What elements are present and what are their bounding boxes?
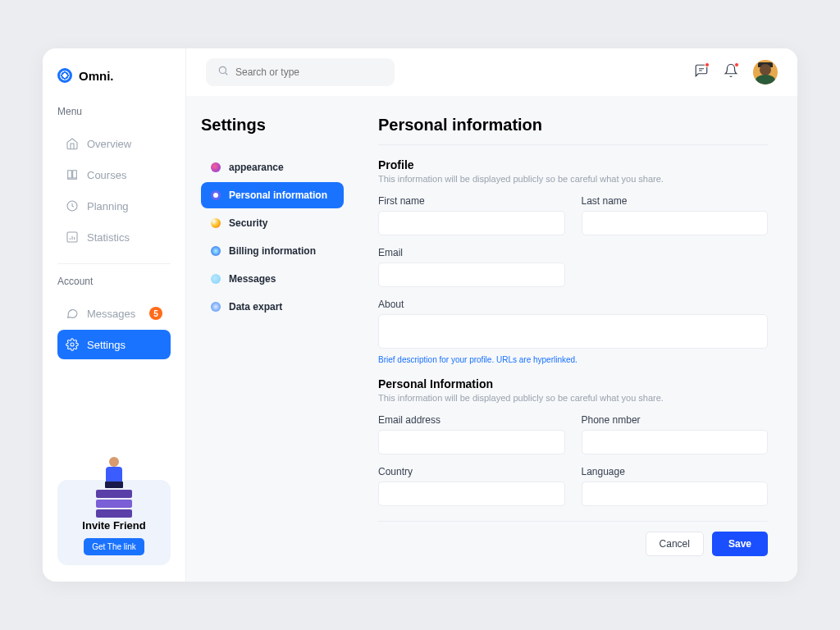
bell-icon[interactable] xyxy=(724,63,738,81)
sidebar-item-statistics[interactable]: Statistics xyxy=(57,222,171,252)
personal-heading: Personal Information xyxy=(378,377,768,390)
email-field[interactable] xyxy=(378,262,565,287)
email-address-field[interactable] xyxy=(378,430,565,454)
tab-label: Security xyxy=(229,217,267,229)
search-box[interactable] xyxy=(206,58,395,86)
cancel-button[interactable]: Cancel xyxy=(646,532,704,556)
home-icon xyxy=(66,137,79,150)
sidebar-item-label: Settings xyxy=(87,339,126,351)
sidebar-item-label: Overview xyxy=(87,138,131,150)
profile-heading: Profile xyxy=(378,158,768,171)
menu-nav: Overview Courses Planning Statistics xyxy=(57,129,171,252)
tab-billing[interactable]: Billing information xyxy=(201,238,344,264)
settings-panel: Personal information Profile This inform… xyxy=(358,96,797,582)
about-hint: Brief description for your profile. URLs… xyxy=(378,355,768,364)
logo[interactable]: Omni. xyxy=(57,68,171,83)
sidebar-item-label: Planning xyxy=(87,200,129,212)
invite-title: Invite Friend xyxy=(67,519,161,532)
gear-icon xyxy=(66,338,79,351)
page-title: Personal information xyxy=(378,116,768,145)
account-section-label: Account xyxy=(57,276,171,287)
language-field[interactable] xyxy=(582,482,769,506)
main-area: Settings appearance Personal information… xyxy=(186,48,797,582)
personal-info-icon xyxy=(211,190,221,200)
sidebar-item-planning[interactable]: Planning xyxy=(57,191,171,221)
sidebar-item-settings[interactable]: Settings xyxy=(57,330,171,359)
svg-point-3 xyxy=(219,66,226,73)
data-export-icon xyxy=(211,302,221,312)
tab-label: Billing information xyxy=(229,245,316,257)
country-field[interactable] xyxy=(378,482,565,506)
messages-badge: 5 xyxy=(149,307,162,320)
app-window: Omni. Menu Overview Courses Planning xyxy=(43,48,797,582)
language-label: Language xyxy=(582,466,769,477)
account-nav: Messages 5 Settings xyxy=(57,299,171,359)
invite-illustration xyxy=(85,457,143,514)
last-name-label: Last name xyxy=(582,195,769,207)
personal-desc: This information will be displayed publi… xyxy=(378,393,768,403)
message-icon xyxy=(66,307,79,320)
about-field[interactable] xyxy=(378,314,768,349)
app-name: Omni. xyxy=(79,69,114,83)
sidebar-item-messages[interactable]: Messages 5 xyxy=(57,299,171,328)
save-button[interactable]: Save xyxy=(712,532,768,556)
messages-icon xyxy=(211,274,221,284)
last-name-field[interactable] xyxy=(582,211,769,235)
search-input[interactable] xyxy=(235,66,383,78)
first-name-field[interactable] xyxy=(378,211,565,235)
notification-dot xyxy=(705,62,710,67)
tab-appearance[interactable]: appearance xyxy=(201,154,344,180)
sidebar-divider xyxy=(57,263,171,264)
chart-icon xyxy=(66,231,79,244)
billing-icon xyxy=(211,246,221,256)
about-label: About xyxy=(378,299,768,310)
tab-label: appearance xyxy=(229,162,284,173)
country-label: Country xyxy=(378,466,565,477)
svg-point-2 xyxy=(71,343,74,346)
sidebar-item-courses[interactable]: Courses xyxy=(57,160,171,189)
invite-button[interactable]: Get The link xyxy=(84,538,144,555)
settings-title: Settings xyxy=(201,116,344,135)
sidebar-item-label: Courses xyxy=(87,169,126,181)
sidebar-item-label: Messages xyxy=(87,308,135,320)
topbar xyxy=(186,48,797,96)
email-address-label: Email address xyxy=(378,414,565,426)
sidebar: Omni. Menu Overview Courses Planning xyxy=(43,48,186,582)
tab-label: Messages xyxy=(229,273,276,285)
email-label: Email xyxy=(378,247,565,258)
search-icon xyxy=(217,65,229,80)
book-icon xyxy=(66,168,79,181)
tab-data-export[interactable]: Data expart xyxy=(201,294,344,320)
phone-field[interactable] xyxy=(582,430,769,454)
first-name-label: First name xyxy=(378,195,565,207)
notification-dot xyxy=(734,62,739,67)
sidebar-item-overview[interactable]: Overview xyxy=(57,129,171,158)
invite-card: Invite Friend Get The link xyxy=(57,480,171,565)
tab-label: Personal information xyxy=(229,189,327,201)
tab-security[interactable]: Security xyxy=(201,210,344,236)
menu-section-label: Menu xyxy=(57,106,171,117)
settings-subnav: Settings appearance Personal information… xyxy=(186,96,358,582)
content-row: Settings appearance Personal information… xyxy=(186,96,797,582)
chat-header-icon[interactable] xyxy=(694,63,709,81)
security-icon xyxy=(211,218,221,228)
tab-label: Data expart xyxy=(229,301,282,313)
phone-label: Phone nmber xyxy=(582,414,769,426)
tab-personal-information[interactable]: Personal information xyxy=(201,182,344,208)
logo-icon xyxy=(57,68,72,83)
form-divider xyxy=(378,521,768,522)
avatar[interactable] xyxy=(753,60,778,84)
profile-desc: This information will be displayed publi… xyxy=(378,174,768,184)
appearance-icon xyxy=(211,162,221,172)
tab-messages[interactable]: Messages xyxy=(201,266,344,292)
sidebar-item-label: Statistics xyxy=(87,231,130,244)
clock-icon xyxy=(66,199,79,212)
form-actions: Cancel Save xyxy=(378,532,768,556)
